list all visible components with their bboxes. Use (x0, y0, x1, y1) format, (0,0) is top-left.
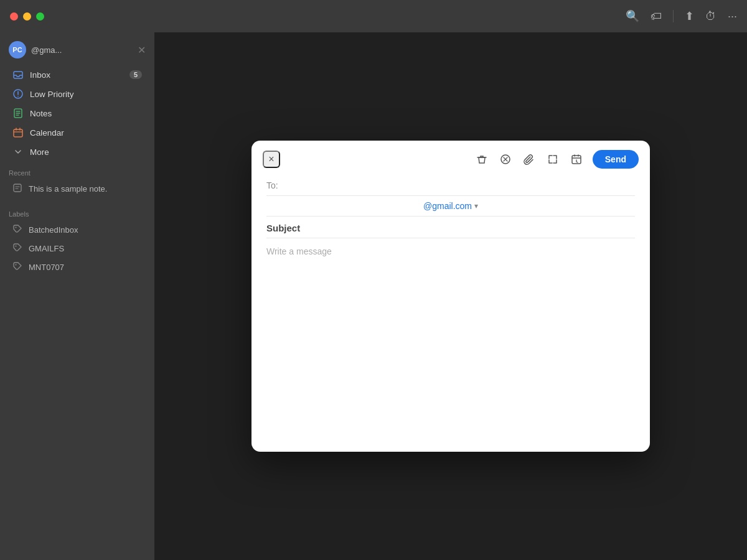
sidebar-item-inbox[interactable]: Inbox 5 (4, 65, 151, 84)
more-label: More (30, 147, 142, 157)
notes-label: Notes (30, 109, 142, 118)
label-icon (12, 261, 22, 273)
svg-point-7 (16, 246, 17, 247)
label-mnt0707-text: MNT0707 (29, 263, 64, 272)
inbox-label: Inbox (30, 70, 123, 80)
svg-rect-4 (14, 129, 22, 137)
account-selector[interactable]: PC @gma... ✕ (0, 37, 154, 65)
recent-item-text: This is a sample note. (29, 184, 107, 194)
label-item-gmailfs[interactable]: GMAILFS (4, 240, 151, 258)
notes-icon (12, 108, 24, 119)
calendar-label: Calendar (30, 128, 142, 138)
close-button[interactable] (10, 12, 18, 21)
label-batchedinbox-text: BatchedInbox (29, 225, 78, 235)
search-icon[interactable]: 🔍 (626, 9, 639, 23)
to-row: To: (266, 175, 635, 196)
inbox-icon (12, 69, 24, 80)
history-icon[interactable]: ⏱ (705, 10, 716, 23)
sidebar-item-notes[interactable]: Notes (4, 104, 151, 123)
delete-button[interactable] (472, 149, 492, 169)
label-gmailfs-text: GMAILFS (29, 244, 64, 253)
label-icon (12, 224, 22, 236)
from-chevron-icon[interactable]: ▾ (474, 202, 478, 210)
maximize-button[interactable] (36, 12, 44, 21)
calendar-icon (12, 127, 24, 138)
tag-icon[interactable]: 🏷 (651, 10, 662, 23)
label-icon (12, 243, 22, 254)
sidebar: PC @gma... ✕ Inbox 5 Low Priority (0, 32, 154, 560)
sidebar-item-calendar[interactable]: Calendar (4, 123, 151, 142)
subject-row: Subject (266, 217, 635, 238)
low-priority-label: Low Priority (30, 90, 142, 99)
label-item-mnt0707[interactable]: MNT0707 (4, 258, 151, 276)
minimize-button[interactable] (23, 12, 31, 21)
label-item-batchedinbox[interactable]: BatchedInbox (4, 221, 151, 239)
block-sender-button[interactable] (496, 149, 515, 169)
message-placeholder: Write a message (266, 246, 332, 256)
note-icon (12, 183, 22, 195)
sidebar-item-more[interactable]: More (4, 142, 151, 161)
traffic-lights (10, 12, 44, 21)
schedule-send-button[interactable] (566, 149, 586, 169)
sidebar-item-low-priority[interactable]: Low Priority (4, 85, 151, 103)
attach-button[interactable] (519, 149, 539, 169)
low-priority-icon (12, 88, 24, 100)
from-email[interactable]: @gmail.com (423, 201, 472, 211)
modal-overlay[interactable]: × (154, 32, 747, 560)
to-input[interactable] (286, 180, 635, 190)
more-chevron-icon (12, 146, 24, 157)
svg-rect-5 (14, 184, 21, 192)
compose-toolbar: × (251, 141, 650, 175)
title-bar-actions: 🔍 🏷 ⬆ ⏱ ··· (626, 9, 737, 23)
title-bar: 🔍 🏷 ⬆ ⏱ ··· (0, 0, 747, 32)
avatar: PC (9, 41, 26, 58)
message-area[interactable]: Write a message (266, 238, 635, 264)
export-icon[interactable]: ⬆ (685, 9, 694, 23)
divider (673, 10, 674, 22)
recent-item-sample-note[interactable]: This is a sample note. (4, 180, 151, 198)
compose-body: To: @gmail.com ▾ Subject Write a message (251, 175, 650, 452)
from-row[interactable]: @gmail.com ▾ (266, 196, 635, 217)
account-email: @gma... (31, 45, 133, 55)
compose-modal: × (251, 141, 650, 452)
svg-point-6 (16, 227, 17, 228)
labels-section-label: Labels (0, 203, 154, 220)
subject-text[interactable]: Subject (266, 223, 300, 233)
expand-button[interactable] (543, 149, 563, 169)
compose-close-button[interactable]: × (263, 151, 280, 168)
send-button[interactable]: Send (593, 150, 639, 169)
to-label: To: (266, 180, 286, 190)
svg-point-8 (16, 264, 17, 266)
inbox-badge: 5 (129, 70, 142, 79)
compose-toolbar-right: Send (472, 149, 639, 169)
filter-icon[interactable]: ✕ (138, 44, 146, 56)
more-icon[interactable]: ··· (728, 10, 737, 23)
svg-point-2 (17, 96, 19, 97)
recent-section-label: Recent (0, 162, 154, 179)
